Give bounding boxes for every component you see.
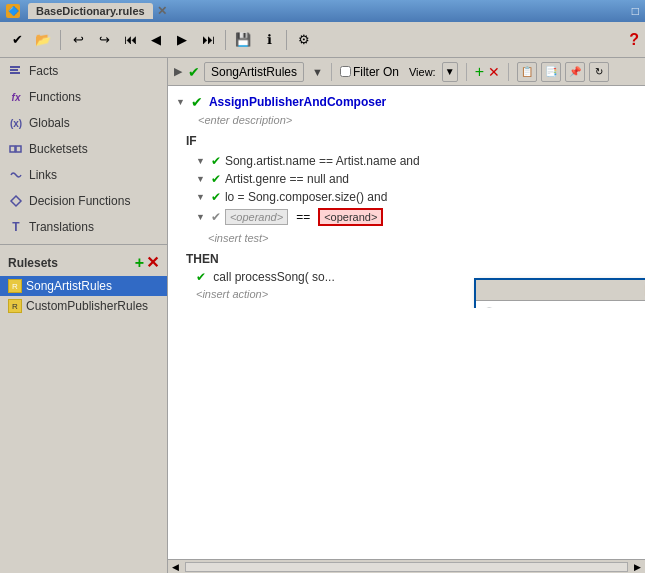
- rule-editor: ▼ ✔ AssignPublisherAndComposer <enter de…: [168, 86, 645, 308]
- globals-label: Globals: [29, 116, 70, 130]
- sidebar-item-bucketsets[interactable]: Bucketsets: [0, 136, 167, 162]
- scroll-right-arrow[interactable]: ▶: [630, 562, 645, 572]
- sidebar-divider: [0, 244, 167, 245]
- ruleset-check-icon: ✔: [188, 64, 200, 80]
- scroll-left-arrow[interactable]: ◀: [168, 562, 183, 572]
- decision-functions-label: Decision Functions: [29, 194, 130, 208]
- toolbar-sep-rule: [331, 63, 332, 81]
- value-options-dropdown: 📋 🔍 Value Options + lo: [474, 278, 645, 308]
- app-icon: 🔷: [6, 4, 20, 18]
- sidebar-item-facts[interactable]: Facts: [0, 58, 167, 84]
- operand-left[interactable]: <operand>: [225, 209, 288, 225]
- add-rule-button[interactable]: +: [475, 63, 484, 81]
- cond4-check: ✔: [211, 210, 221, 224]
- dropdown-content[interactable]: 🔍 Value Options + lo -: [476, 301, 645, 308]
- cond2-text: Artist.genre == null and: [225, 172, 349, 186]
- horizontal-scrollbar[interactable]: ◀ ▶: [168, 559, 645, 573]
- rule-toolbar: ▶ ✔ SongArtistRules ▼ Filter On View: ▼ …: [168, 58, 645, 86]
- search-icon: 🔍: [484, 307, 499, 308]
- rule-name[interactable]: AssignPublisherAndComposer: [209, 95, 386, 109]
- cond1-text: Song.artist.name == Artist.name and: [225, 154, 420, 168]
- rule-valid-icon: ✔: [191, 94, 203, 110]
- rule-header: ▼ ✔ AssignPublisherAndComposer: [176, 94, 637, 110]
- decision-functions-icon: [8, 193, 24, 209]
- first-button[interactable]: ⏮: [119, 29, 141, 51]
- ruleset-name-button[interactable]: SongArtistRules: [204, 62, 304, 82]
- action-text: call processSong( so...: [213, 270, 334, 284]
- refresh-button[interactable]: ↻: [589, 62, 609, 82]
- view-dropdown-button[interactable]: ▼: [442, 62, 458, 82]
- delete-rule-button[interactable]: ✕: [488, 64, 500, 80]
- config-button[interactable]: ⚙: [293, 29, 315, 51]
- cond3-check: ✔: [211, 190, 221, 204]
- bucketsets-label: Bucketsets: [29, 142, 88, 156]
- sidebar-item-functions[interactable]: fx Functions: [0, 84, 167, 110]
- ruleset-icon-custompublisher: R: [8, 299, 22, 313]
- sidebar-item-translations[interactable]: T Translations: [0, 214, 167, 240]
- translations-label: Translations: [29, 220, 94, 234]
- dropdown-arrow-icon[interactable]: ▼: [312, 66, 323, 78]
- collapse-button[interactable]: ▼: [176, 97, 185, 107]
- add-ruleset-button[interactable]: +: [135, 254, 144, 272]
- sidebar-item-globals[interactable]: (x) Globals: [0, 110, 167, 136]
- condition-line-2: ▼ ✔ Artist.genre == null and: [176, 170, 637, 188]
- action-check: ✔: [196, 270, 206, 284]
- content-area: ▶ ✔ SongArtistRules ▼ Filter On View: ▼ …: [168, 58, 645, 573]
- rulesets-label: Rulesets: [8, 256, 58, 270]
- value-options-title: Value Options: [503, 307, 583, 308]
- filter-on-checkbox-label: Filter On: [340, 65, 399, 79]
- close-tab-icon[interactable]: ✕: [157, 4, 167, 18]
- cond3-arrow[interactable]: ▼: [196, 192, 205, 202]
- scroll-thumb[interactable]: [185, 562, 628, 572]
- maximize-icon[interactable]: □: [632, 4, 639, 18]
- ruleset-icon-songartist: R: [8, 279, 22, 293]
- svg-rect-0: [10, 66, 20, 68]
- cond1-arrow[interactable]: ▼: [196, 156, 205, 166]
- toolbar-separator-2: [225, 30, 226, 50]
- condition-line-4: ▼ ✔ <operand> == <operand>: [176, 206, 637, 228]
- svg-rect-2: [10, 72, 20, 74]
- info-button[interactable]: ℹ: [258, 29, 280, 51]
- translations-icon: T: [8, 219, 24, 235]
- functions-icon: fx: [8, 89, 24, 105]
- prev-button[interactable]: ◀: [145, 29, 167, 51]
- copy-all-button[interactable]: 📑: [541, 62, 561, 82]
- sidebar-item-links[interactable]: Links: [0, 162, 167, 188]
- ruleset-label-songartist: SongArtistRules: [26, 279, 112, 293]
- expand-arrow: ▶: [174, 65, 182, 78]
- save-button[interactable]: 💾: [232, 29, 254, 51]
- value-options-label: 🔍 Value Options: [476, 305, 645, 308]
- svg-marker-5: [11, 196, 21, 206]
- cond2-check: ✔: [211, 172, 221, 186]
- ruleset-item-songartist[interactable]: R SongArtistRules: [0, 276, 167, 296]
- main-layout: Facts fx Functions (x) Globals Bucketset…: [0, 58, 645, 573]
- title-tab[interactable]: BaseDictionary.rules: [28, 3, 153, 19]
- undo-button[interactable]: ↩: [67, 29, 89, 51]
- paste-button[interactable]: 📌: [565, 62, 585, 82]
- cond2-arrow[interactable]: ▼: [196, 174, 205, 184]
- rule-content: ▼ ✔ AssignPublisherAndComposer <enter de…: [168, 86, 645, 559]
- rule-description[interactable]: <enter description>: [198, 114, 637, 126]
- next-button[interactable]: ▶: [171, 29, 193, 51]
- cond4-arrow[interactable]: ▼: [196, 212, 205, 222]
- sidebar-item-decision-functions[interactable]: Decision Functions: [0, 188, 167, 214]
- copy-button[interactable]: 📋: [517, 62, 537, 82]
- ruleset-item-custompublisher[interactable]: R CustomPublisherRules: [0, 296, 167, 316]
- redo-button[interactable]: ↪: [93, 29, 115, 51]
- insert-test[interactable]: <insert test>: [208, 232, 637, 244]
- content-scroll-area: ▼ ✔ AssignPublisherAndComposer <enter de…: [168, 86, 645, 559]
- ruleset-name-label: SongArtistRules: [211, 65, 297, 79]
- filter-on-checkbox[interactable]: [340, 66, 351, 77]
- delete-ruleset-button[interactable]: ✕: [146, 253, 159, 272]
- view-label: View:: [409, 66, 436, 78]
- toolbar-sep-rule2: [466, 63, 467, 81]
- last-button[interactable]: ⏭: [197, 29, 219, 51]
- open-button[interactable]: 📂: [32, 29, 54, 51]
- check-button[interactable]: ✔: [6, 29, 28, 51]
- main-toolbar: ✔ 📂 ↩ ↪ ⏮ ◀ ▶ ⏭ 💾 ℹ ⚙ ?: [0, 22, 645, 58]
- dropdown-header: 📋: [476, 280, 645, 301]
- links-label: Links: [29, 168, 57, 182]
- svg-rect-3: [10, 146, 15, 152]
- help-button[interactable]: ?: [629, 31, 639, 49]
- operand-right[interactable]: <operand>: [318, 208, 383, 226]
